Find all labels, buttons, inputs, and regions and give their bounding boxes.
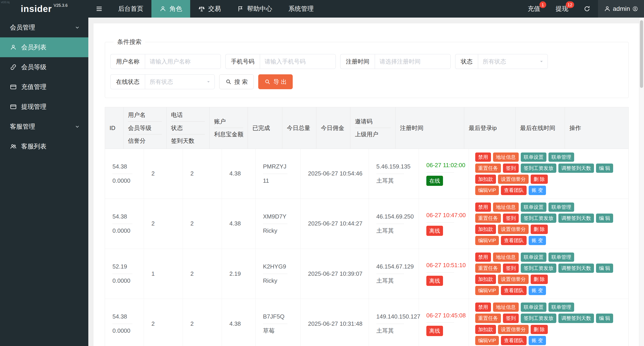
sidebar-item[interactable]: 充值管理 — [0, 77, 88, 97]
cell-register-time: 2025-06-27 10:44:27 — [300, 199, 369, 249]
action-button[interactable]: 账 变 — [529, 336, 546, 345]
cell-last-online: 06-27 11:02:00在线 — [419, 149, 469, 199]
action-button[interactable]: 重置任务 — [475, 164, 501, 173]
action-button[interactable]: 编辑VIP — [475, 336, 499, 345]
action-button[interactable]: 设置信誉分 — [498, 224, 529, 234]
refresh-button[interactable] — [576, 0, 598, 18]
admin-username: admin — [613, 5, 630, 12]
field-input[interactable] — [145, 54, 221, 69]
action-button[interactable]: 查看团队 — [501, 336, 526, 345]
cell-actions: 禁用地址信息联单设置联单管理重置任务签到签到工资发放调整签到天数编 辑加扣款设置… — [469, 249, 628, 299]
top-menu-item[interactable]: 角色 — [152, 0, 190, 18]
sidebar-item[interactable]: 客服列表 — [0, 136, 88, 156]
action-button[interactable]: 编 辑 — [596, 314, 613, 323]
stack-divider — [426, 272, 454, 272]
sidebar-toggle-button[interactable] — [88, 0, 110, 18]
action-button[interactable]: 设置信誉分 — [498, 274, 529, 284]
sidebar-item[interactable]: 提现管理 — [0, 97, 88, 117]
action-button[interactable]: 签到 — [503, 264, 519, 273]
action-button[interactable]: 联单设置 — [521, 152, 546, 162]
action-button[interactable]: 设置信誉分 — [498, 174, 529, 184]
action-button[interactable]: 联单管理 — [548, 202, 574, 212]
action-button[interactable]: 调整签到天数 — [558, 314, 594, 323]
action-button[interactable]: 加扣款 — [475, 325, 496, 334]
action-button[interactable]: 删 除 — [531, 224, 548, 234]
action-button[interactable]: 签到 — [503, 164, 519, 173]
action-button[interactable]: 签到工资发放 — [521, 164, 556, 173]
action-button[interactable]: 重置任务 — [475, 264, 501, 273]
action-button[interactable]: 地址信息 — [493, 302, 519, 312]
action-button[interactable]: 禁用 — [475, 302, 491, 312]
sidebar-item[interactable]: 会员等级 — [0, 57, 88, 77]
action-button[interactable]: 签到工资发放 — [521, 264, 556, 273]
action-button[interactable]: 编辑VIP — [475, 186, 499, 195]
export-button[interactable]: 导 出 — [258, 74, 293, 89]
action-button[interactable]: 联单管理 — [548, 252, 574, 262]
action-button[interactable]: 签到工资发放 — [521, 314, 556, 323]
recharge-button[interactable]: 充值 1 — [520, 0, 548, 18]
action-button[interactable]: 编 辑 — [596, 214, 613, 223]
top-menu-item[interactable]: 系统管理 — [280, 0, 322, 18]
action-button[interactable]: 联单设置 — [521, 202, 546, 212]
action-button[interactable]: 禁用 — [475, 252, 491, 262]
action-button[interactable]: 重置任务 — [475, 214, 501, 223]
action-button[interactable]: 账 变 — [529, 186, 546, 195]
action-button[interactable]: 重置任务 — [475, 314, 501, 323]
action-button[interactable]: 账 变 — [529, 286, 546, 295]
field-select[interactable]: 所有状态 — [145, 74, 215, 89]
action-button[interactable]: 编辑VIP — [475, 286, 499, 295]
action-button[interactable]: 调整签到天数 — [558, 264, 594, 273]
action-button[interactable]: 地址信息 — [493, 202, 519, 212]
top-menu-item[interactable]: 交易 — [190, 0, 229, 18]
action-button[interactable]: 账 变 — [529, 236, 546, 245]
action-button[interactable]: 删 除 — [531, 274, 548, 284]
caret-down-icon — [206, 79, 211, 85]
action-button[interactable]: 查看团队 — [501, 236, 526, 245]
action-button[interactable]: 删 除 — [531, 174, 548, 184]
action-button[interactable]: 禁用 — [475, 202, 491, 212]
action-button[interactable]: 地址信息 — [493, 152, 519, 162]
action-button[interactable]: 查看团队 — [501, 286, 526, 295]
action-button[interactable]: 联单管理 — [548, 152, 574, 162]
action-button[interactable]: 加扣款 — [475, 224, 496, 234]
select-value: 所有状态 — [150, 78, 173, 86]
top-menu-item[interactable]: 后台首页 — [110, 0, 152, 18]
action-button[interactable]: 加扣款 — [475, 174, 496, 184]
search-button[interactable]: 搜 索 — [219, 74, 254, 89]
cell-last-login-ip: 5.46.159.135土耳其 — [369, 149, 419, 199]
search-field: 在线状态所有状态 — [110, 74, 215, 89]
field-input[interactable] — [260, 54, 336, 69]
stack-divider — [426, 172, 454, 172]
table-body: 54.380.0000 2 2 4.38 PMRZYJ11 2025-06-27… — [105, 149, 628, 346]
action-button[interactable]: 编 辑 — [596, 264, 613, 273]
action-button[interactable]: 调整签到天数 — [558, 164, 594, 173]
top-menu-item[interactable]: 帮助中心 — [229, 0, 280, 18]
vertical-scrollbar[interactable] — [639, 18, 644, 346]
stack-value: Ricky — [263, 277, 298, 285]
column-header: 邀请码上级用户 — [350, 107, 396, 149]
action-button[interactable]: 删 除 — [531, 325, 548, 334]
action-button[interactable]: 签到工资发放 — [521, 214, 556, 223]
admin-menu[interactable]: admin — [598, 0, 644, 18]
field-input[interactable] — [375, 54, 451, 69]
withdraw-button[interactable]: 提现 12 — [548, 0, 576, 18]
header-divider — [128, 122, 162, 122]
sidebar-section-header[interactable]: 客服管理 — [0, 117, 88, 136]
action-button[interactable]: 查看团队 — [501, 186, 526, 195]
field-select[interactable]: 所有状态 — [478, 54, 548, 69]
action-button[interactable]: 联单设置 — [521, 302, 546, 312]
action-button[interactable]: 加扣款 — [475, 274, 496, 284]
action-button[interactable]: 签到 — [503, 314, 519, 323]
sidebar-item[interactable]: 会员列表 — [0, 38, 88, 57]
action-button[interactable]: 地址信息 — [493, 252, 519, 262]
action-button[interactable]: 签到 — [503, 214, 519, 223]
action-button[interactable]: 联单设置 — [521, 252, 546, 262]
action-button[interactable]: 调整签到天数 — [558, 214, 594, 223]
scrollbar-thumb[interactable] — [640, 20, 643, 88]
action-button[interactable]: 禁用 — [475, 152, 491, 162]
action-button[interactable]: 编辑VIP — [475, 236, 499, 245]
sidebar-section-header[interactable]: 会员管理 — [0, 18, 88, 38]
action-button[interactable]: 设置信誉分 — [498, 325, 529, 334]
action-button[interactable]: 联单管理 — [548, 302, 574, 312]
action-button[interactable]: 编 辑 — [596, 164, 613, 173]
